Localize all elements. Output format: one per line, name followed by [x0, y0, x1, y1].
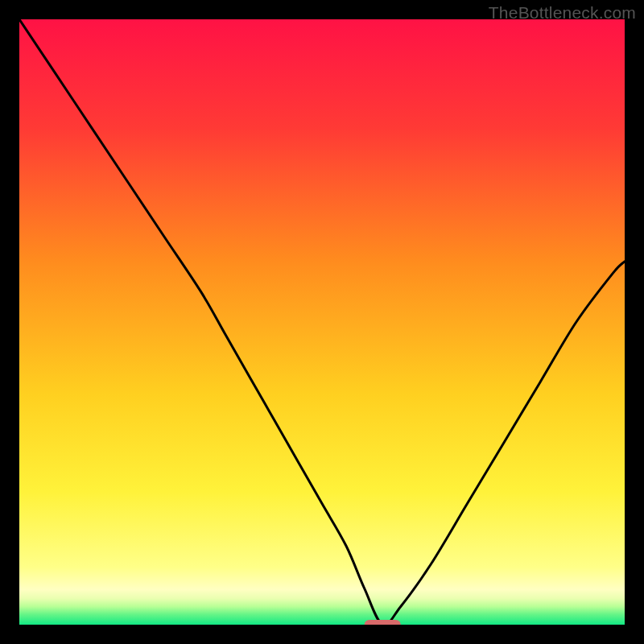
chart-frame: TheBottleneck.com: [0, 0, 644, 644]
gradient-background: [19, 19, 625, 625]
bottleneck-marker: [365, 620, 401, 625]
plot-area: [19, 19, 625, 625]
bottleneck-chart: [19, 19, 625, 625]
watermark-text: TheBottleneck.com: [489, 3, 636, 23]
